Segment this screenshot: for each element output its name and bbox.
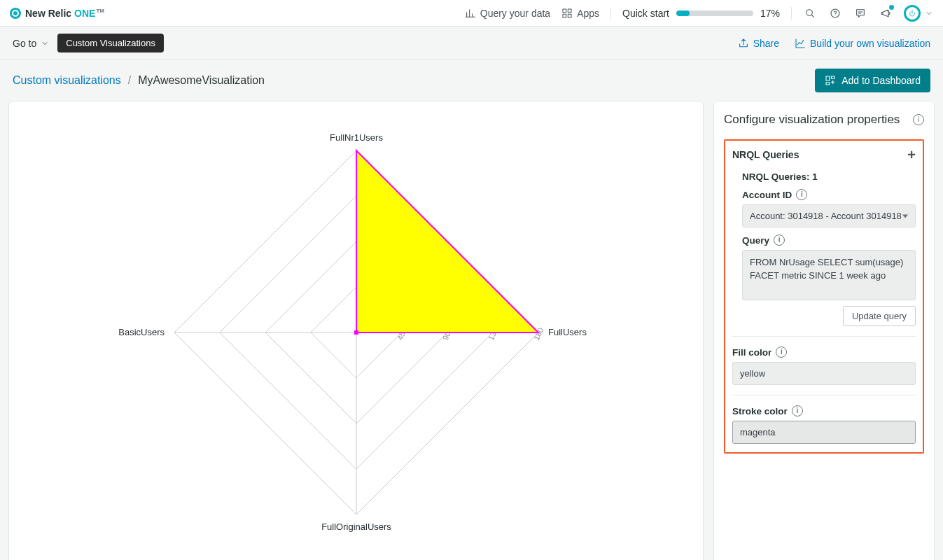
radar-chart: 45 90 135 180 FullNr1Users FullUsers Ful…: [111, 115, 601, 550]
apps-link[interactable]: Apps: [561, 8, 599, 19]
account-select-value: Account: 3014918 - Account 3014918: [750, 211, 902, 221]
share-link[interactable]: Share: [738, 38, 779, 49]
build-label: Build your own visualization: [810, 38, 930, 49]
svg-rect-9: [826, 83, 830, 85]
info-icon[interactable]: i: [796, 189, 807, 200]
query-data-link[interactable]: Query your data: [465, 8, 550, 19]
fill-color-label: Fill color: [732, 347, 771, 358]
brand[interactable]: New Relic ONETM: [10, 8, 104, 19]
breadcrumb: Custom visualizations / MyAwesomeVisuali…: [13, 74, 265, 87]
properties-panel: Configure visualization properties i NRQ…: [713, 101, 935, 560]
svg-rect-1: [568, 9, 571, 13]
quick-start-progress: [676, 10, 753, 16]
axis-label-bottom: FullOriginalUsers: [321, 522, 391, 532]
chevron-down-icon: [925, 9, 933, 18]
goto-label: Go to: [13, 38, 36, 49]
info-icon[interactable]: i: [913, 114, 924, 125]
query-data-label: Query your data: [480, 8, 550, 19]
query-textarea[interactable]: FROM NrUsage SELECT sum(usage) FACET met…: [742, 250, 916, 300]
queries-header-label: NRQL Queries: [732, 149, 799, 160]
svg-point-4: [806, 9, 813, 15]
svg-rect-2: [563, 14, 566, 18]
announcements-button[interactable]: [879, 6, 893, 20]
svg-marker-20: [356, 150, 538, 332]
svg-point-6: [835, 15, 836, 15]
queries-header: NRQL Queries +: [732, 148, 916, 162]
account-id-label: Account ID: [742, 190, 792, 200]
svg-rect-8: [831, 76, 834, 78]
account-id-label-row: Account ID i: [742, 189, 916, 200]
separator: [791, 7, 792, 20]
sub-nav: Go to Custom Visualizations Share Build …: [0, 27, 943, 60]
divider: [732, 395, 916, 396]
breadcrumb-separator: /: [128, 74, 131, 87]
svg-rect-21: [354, 330, 358, 335]
avatar-icon: [904, 5, 921, 22]
quick-start[interactable]: Quick start 17%: [622, 8, 780, 19]
add-query-button[interactable]: +: [907, 148, 916, 162]
panel-title: Configure visualization properties: [724, 113, 900, 127]
apps-label: Apps: [577, 8, 599, 19]
top-nav-right: Query your data Apps Quick start 17%: [465, 5, 933, 22]
panel-title-row: Configure visualization properties i: [724, 113, 924, 127]
breadcrumb-root[interactable]: Custom visualizations: [13, 74, 121, 87]
info-icon[interactable]: i: [792, 405, 803, 416]
build-link[interactable]: Build your own visualization: [795, 38, 930, 49]
svg-rect-3: [568, 14, 571, 18]
breadcrumb-current: MyAwesomeVisualization: [138, 74, 265, 87]
feedback-icon: [855, 8, 866, 19]
stroke-color-label: Stroke color: [732, 406, 788, 416]
queries-count: NRQL Queries: 1: [742, 172, 916, 182]
top-nav: New Relic ONETM Query your data Apps Qui…: [0, 0, 943, 27]
fill-color-label-row: Fill color i: [732, 346, 916, 358]
brand-logo-icon: [10, 8, 21, 19]
query-label-row: Query i: [742, 234, 916, 246]
brand-name: New Relic ONETM: [25, 8, 104, 19]
fill-color-input[interactable]: yellow: [732, 362, 916, 385]
share-icon: [738, 38, 749, 49]
add-to-dashboard-button[interactable]: Add to Dashboard: [815, 69, 930, 92]
visualization-canvas: 45 90 135 180 FullNr1Users FullUsers Ful…: [8, 101, 704, 560]
add-to-dashboard-label: Add to Dashboard: [841, 75, 921, 86]
axis-label-right: FullUsers: [548, 327, 587, 337]
account-menu[interactable]: [904, 5, 933, 22]
svg-rect-0: [563, 9, 566, 13]
account-select[interactable]: Account: 3014918 - Account 3014918: [742, 204, 916, 227]
notification-dot-icon: [889, 5, 894, 10]
update-query-button[interactable]: Update query: [843, 306, 916, 326]
quick-start-pct: 17%: [760, 8, 780, 19]
stroke-color-input[interactable]: magenta: [732, 421, 916, 444]
divider: [732, 336, 916, 337]
apps-grid-icon: [561, 8, 573, 19]
help-icon: [830, 8, 841, 19]
dashboard-add-icon: [825, 75, 836, 86]
properties-group: NRQL Queries + NRQL Queries: 1 Account I…: [724, 139, 924, 454]
separator: [610, 7, 611, 20]
query-label: Query: [742, 235, 769, 246]
chart-icon: [465, 8, 476, 19]
info-icon[interactable]: i: [774, 234, 785, 246]
axis-label-top: FullNr1Users: [330, 132, 383, 143]
quick-start-label: Quick start: [622, 8, 669, 19]
context-chip[interactable]: Custom Visualizations: [57, 34, 164, 52]
search-icon: [804, 8, 816, 19]
workspace: 45 90 135 180 FullNr1Users FullUsers Ful…: [0, 101, 943, 560]
breadcrumb-row: Custom visualizations / MyAwesomeVisuali…: [0, 60, 943, 101]
svg-rect-7: [826, 76, 830, 80]
goto-menu[interactable]: Go to: [13, 38, 49, 49]
axis-label-left: BasicUsers: [118, 327, 165, 337]
feedback-button[interactable]: [853, 6, 867, 20]
share-label: Share: [753, 38, 779, 49]
help-button[interactable]: [828, 6, 842, 20]
info-icon[interactable]: i: [776, 346, 787, 358]
search-button[interactable]: [803, 6, 817, 20]
stroke-color-label-row: Stroke color i: [732, 405, 916, 416]
chevron-down-icon: [41, 39, 49, 48]
chart-line-icon: [795, 38, 806, 49]
